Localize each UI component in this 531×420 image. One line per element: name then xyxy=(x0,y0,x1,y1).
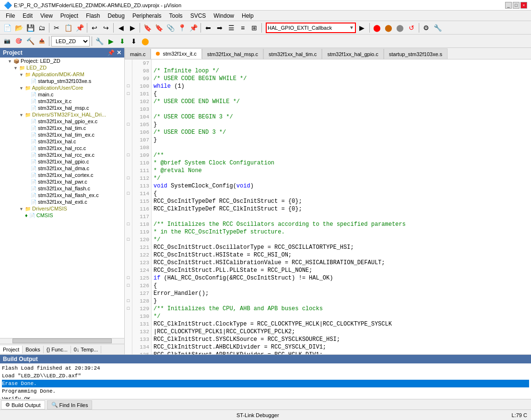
search-input[interactable] xyxy=(268,25,349,31)
tree-item[interactable]: ▼ 📁 Application/User/Core xyxy=(0,84,124,91)
tree-item[interactable]: ▼ 📁 LED_ZD xyxy=(0,64,124,71)
run-debug-button[interactable]: ▶ xyxy=(106,36,116,47)
menu-item-svcs[interactable]: SVCS xyxy=(187,12,210,20)
menu-item-debug[interactable]: Debug xyxy=(104,12,129,20)
tree-item[interactable]: 📄 stm32f1xx_hal_pwr.c xyxy=(0,178,124,185)
copy-button[interactable]: 📋 xyxy=(63,23,73,33)
project-tab-books[interactable]: Books xyxy=(23,346,44,353)
target-button[interactable]: 🎯 xyxy=(13,36,24,47)
project-tab-func[interactable]: {} Func... xyxy=(44,346,71,353)
nav-forward-button[interactable]: ▶ xyxy=(127,23,138,33)
tree-item[interactable]: 📄 stm32f1xx_hal_cortex.c xyxy=(0,172,124,178)
cut-button[interactable]: ✂ xyxy=(51,23,62,33)
redo-button[interactable]: ↪ xyxy=(101,23,111,33)
nav-back-button[interactable]: ◀ xyxy=(116,23,126,33)
paste-button[interactable]: 📌 xyxy=(74,23,85,33)
fold-marker xyxy=(125,98,132,105)
panel-close-icon[interactable]: ✕ xyxy=(117,49,121,56)
menu-item-peripherals[interactable]: Peripherals xyxy=(129,12,165,20)
format2-button[interactable]: ≡ xyxy=(237,23,248,33)
menu-item-file[interactable]: File xyxy=(2,12,19,20)
new-file-button[interactable]: 📄 xyxy=(2,23,12,33)
build-tab-findinfiles[interactable]: 🔍Find In Files xyxy=(47,400,93,409)
tree-item[interactable]: ♦ 📄 CMSIS xyxy=(0,212,124,219)
tools-button[interactable]: 🔧 xyxy=(433,23,443,33)
format3-button[interactable]: ⊞ xyxy=(249,23,260,33)
download-button[interactable]: ⬇ xyxy=(117,36,128,47)
tree-item[interactable]: 📄 stm32f1xx_hal_dma.c xyxy=(0,165,124,172)
tree-item[interactable]: 📄 stm32f1xx_hal_msp.c xyxy=(0,105,124,111)
target-dropdown[interactable]: LED_ZD xyxy=(51,36,90,47)
outdent-button[interactable]: ➡ xyxy=(214,23,225,33)
close-button[interactable]: × xyxy=(520,2,527,9)
bookmark5-button[interactable]: 📌 xyxy=(188,23,199,33)
scrollbar-thumb-h[interactable] xyxy=(12,338,112,343)
undo-button[interactable]: ↩ xyxy=(89,23,100,33)
project-tab-project[interactable]: Project xyxy=(0,346,23,353)
editor-tab-stmfxxitc[interactable]: stm32f1xx_it.c xyxy=(151,48,201,59)
save-all-button[interactable]: 🗂 xyxy=(36,23,47,33)
tree-item[interactable]: 📄 stm32f1xx_hal_tim_ex.c xyxy=(0,131,124,138)
tree-item[interactable]: 📄 stm32f1xx_hal_flash.c xyxy=(0,185,124,192)
tree-item[interactable]: ▼ 📁 Drivers/CMSIS xyxy=(0,205,124,212)
debug-run-button[interactable]: ⬤ xyxy=(395,23,405,33)
menu-item-flash[interactable]: Flash xyxy=(82,12,104,20)
tree-item[interactable]: 📄 stm32f1xx_hal_gpio.c xyxy=(0,158,124,165)
tree-item[interactable]: 📄 stm32f1xx_hal.c xyxy=(0,138,124,145)
view-button[interactable]: 📷 xyxy=(2,36,12,47)
build-all-button[interactable]: 🔨 xyxy=(25,36,35,47)
tree-item[interactable]: 📄 stm32f1xx_hal_tim.c xyxy=(0,125,124,131)
debug-stop-button[interactable]: ⬤ xyxy=(372,23,382,33)
tree-item[interactable]: ▼ 📦 Project: LED_ZD xyxy=(0,58,124,64)
sep10 xyxy=(92,36,92,46)
tree-item[interactable]: ▼ 📁 Drivers/STM32F1xx_HAL_Dri... xyxy=(0,111,124,118)
tree-item[interactable]: 📄 main.c xyxy=(0,91,124,98)
indent-button[interactable]: ⬅ xyxy=(203,23,213,33)
debug-config-button[interactable]: 🔧 xyxy=(94,36,105,47)
line-number: 120 xyxy=(134,236,149,244)
build-tab-buildoutput[interactable]: ⚙Build Output xyxy=(1,400,45,409)
bookmark2-button[interactable]: 🔖 xyxy=(153,23,164,33)
menu-item-project[interactable]: Project xyxy=(57,12,82,20)
code-line: /* USER CODE END WHILE */ xyxy=(153,98,529,105)
menu-item-window[interactable]: Window xyxy=(210,12,238,20)
search-dropdown-icon[interactable]: ▼ xyxy=(349,25,354,30)
format-button[interactable]: ☰ xyxy=(226,23,236,33)
bookmark4-button[interactable]: 📍 xyxy=(177,23,187,33)
tree-item[interactable]: 📄 stm32f1xx_hal_rcc_ex.c xyxy=(0,152,124,158)
save-button[interactable]: 💾 xyxy=(25,23,35,33)
load-button[interactable]: 📤 xyxy=(36,36,47,47)
menu-item-edit[interactable]: Edit xyxy=(19,12,36,20)
editor-tab-stmfxxhalgpioc[interactable]: stm32f1xx_hal_gpio.c xyxy=(322,48,383,59)
editor-tab-mainc[interactable]: main.c xyxy=(125,48,151,59)
panel-pin-icon[interactable]: 📌 xyxy=(107,49,115,56)
maximize-button[interactable]: □ xyxy=(513,2,519,9)
tree-item[interactable]: 📄 stm32f1xx_hal_flash_ex.c xyxy=(0,192,124,198)
tree-item[interactable]: 📄 stm32f1xx_hal_rcc.c xyxy=(0,145,124,152)
code-editor[interactable]: □□□□□□□□□□□□ 979899100101102103104105106… xyxy=(125,59,531,354)
debug-reset-button[interactable]: ↺ xyxy=(406,23,417,33)
download2-button[interactable]: ⬇ xyxy=(129,36,139,47)
editor-tab-stmfxxhaltimc[interactable]: stm32f1xx_hal_tim.c xyxy=(263,48,322,59)
bookmark3-button[interactable]: 📎 xyxy=(165,23,176,33)
config-button[interactable]: ⚙ xyxy=(421,23,432,33)
search-forward-button[interactable]: ▶ xyxy=(357,23,367,33)
tree-item[interactable]: 📄 stm32f1xx_hal_gpio_ex.c xyxy=(0,118,124,125)
menu-item-help[interactable]: Help xyxy=(238,12,258,20)
tree-item[interactable]: 📄 startup_stm32f103xe.s xyxy=(0,78,124,84)
search-box[interactable]: ▼ xyxy=(266,23,356,33)
project-tab-temp[interactable]: 0↓ Temp... xyxy=(71,346,102,353)
editor-tab-startupstmfxes[interactable]: startup_stm32f103xe.s xyxy=(384,48,448,59)
project-scrollbar-h[interactable] xyxy=(0,338,124,344)
tree-item[interactable]: 📄 stm32f1xx_it.c xyxy=(0,98,124,105)
erase-button[interactable]: ⬤ xyxy=(140,36,151,47)
tree-item[interactable]: ▼ 📁 Application/MDK-ARM xyxy=(0,71,124,78)
bookmark-button[interactable]: 🔖 xyxy=(142,23,153,33)
menu-item-view[interactable]: View xyxy=(36,12,57,20)
tree-item[interactable]: 📄 stm32f1xx_hal_exti.c xyxy=(0,198,124,205)
editor-tab-stmfxxhalmspc[interactable]: stm32f1xx_hal_msp.c xyxy=(202,48,263,59)
open-button[interactable]: 📂 xyxy=(13,23,24,33)
minimize-button[interactable]: _ xyxy=(505,2,512,9)
menu-item-tools[interactable]: Tools xyxy=(165,12,187,20)
debug-break-button[interactable]: ⬤ xyxy=(383,23,394,33)
